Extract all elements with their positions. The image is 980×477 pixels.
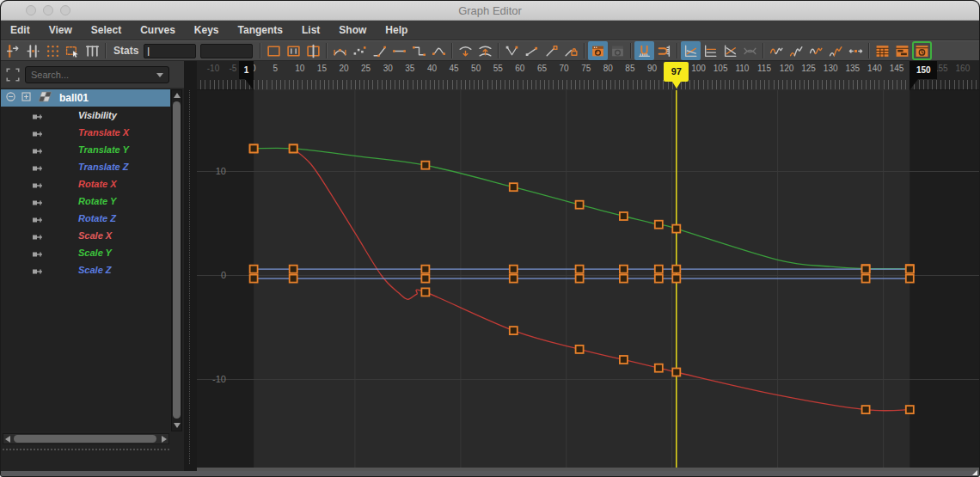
plateau-tangents-button[interactable] <box>429 41 449 60</box>
range-start-flag[interactable]: 1 <box>239 61 254 79</box>
open-time-editor-button[interactable] <box>912 41 932 60</box>
keyframe-red-curve[interactable] <box>421 288 429 296</box>
keyframe-blue-curve-bottom[interactable] <box>510 275 518 283</box>
open-trax-editor-button[interactable] <box>892 41 912 60</box>
stats-time-field[interactable] <box>144 44 196 58</box>
keyframe-red-curve[interactable] <box>250 144 258 152</box>
filter-frame-icon[interactable] <box>5 67 21 86</box>
channel-row-scale-x[interactable]: Scale X <box>1 227 170 244</box>
tree-horizontal-scrollbar[interactable] <box>3 433 169 444</box>
auto-load-graph-editor-button[interactable] <box>588 41 608 60</box>
keyframe-green-curve[interactable] <box>655 221 663 229</box>
resize-grip-icon[interactable] <box>972 470 977 475</box>
menu-list[interactable]: List <box>292 21 329 40</box>
retime-tool-button[interactable] <box>83 41 102 60</box>
keyframe-red-curve[interactable] <box>576 346 584 353</box>
keyframe-blue-curve-bottom[interactable] <box>672 275 680 283</box>
flat-tangents-button[interactable] <box>389 41 409 60</box>
keyframe-blue-curve-top[interactable] <box>250 266 258 273</box>
step-tangents-button[interactable] <box>409 41 429 60</box>
lock-tangent-weight-button[interactable] <box>561 41 581 60</box>
unify-tangents-button[interactable] <box>522 41 542 60</box>
keyframe-red-curve[interactable] <box>290 144 297 152</box>
keyframe-red-curve[interactable] <box>672 369 680 376</box>
keyframe-blue-curve-bottom[interactable] <box>655 275 663 283</box>
range-end-flag[interactable]: 150 <box>910 61 937 79</box>
frame-playback-range-button[interactable] <box>284 41 303 60</box>
channel-row-rotate-x[interactable]: Rotate X <box>1 175 170 193</box>
pre-infinity-cycle-offset-button[interactable] <box>787 41 806 60</box>
clamped-tangents-button[interactable] <box>350 41 370 60</box>
tree-vscroll-thumb[interactable] <box>173 101 181 419</box>
keyframe-blue-curve-bottom[interactable] <box>862 275 870 283</box>
keyframe-blue-curve-top[interactable] <box>421 266 429 273</box>
keyframe-blue-curve-top[interactable] <box>510 266 518 273</box>
curve-canvas[interactable]: 100-10 <box>197 90 980 468</box>
menu-select[interactable]: Select <box>82 21 131 40</box>
collapse-node-icon[interactable] <box>6 90 16 106</box>
menu-help[interactable]: Help <box>376 21 417 40</box>
channel-row-visibility[interactable]: Visibility <box>1 107 170 124</box>
keyframe-blue-curve-bottom[interactable] <box>620 275 628 283</box>
pre-infinity-cycle-button[interactable] <box>767 41 787 60</box>
menu-show[interactable]: Show <box>329 21 376 40</box>
time-snap-button[interactable] <box>634 41 654 60</box>
linear-tangents-button[interactable] <box>370 41 389 60</box>
keyframe-blue-curve-bottom[interactable] <box>250 275 258 283</box>
keyframe-red-curve[interactable] <box>906 406 914 413</box>
keyframe-green-curve[interactable] <box>510 183 518 191</box>
swap-buffer-curve-button[interactable] <box>475 41 495 60</box>
menu-view[interactable]: View <box>40 21 82 40</box>
tree-node-ball01[interactable]: ball01 <box>1 89 170 107</box>
menu-tangents[interactable]: Tangents <box>229 21 292 40</box>
free-tangent-weight-button[interactable] <box>542 41 561 60</box>
keyframe-blue-curve-top[interactable] <box>576 266 584 273</box>
scroll-right-icon[interactable] <box>162 436 167 443</box>
keyframe-blue-curve-top[interactable] <box>906 266 914 273</box>
keyframe-blue-curve-top[interactable] <box>862 266 870 273</box>
region-select-tool-button[interactable] <box>63 41 83 60</box>
current-frame-marker[interactable]: 97 <box>664 62 689 82</box>
frame-center-view-button[interactable] <box>303 41 323 60</box>
keyframe-red-curve[interactable] <box>620 356 628 364</box>
keyframe-blue-curve-bottom[interactable] <box>576 275 584 283</box>
post-infinity-cycle-offset-button[interactable] <box>826 41 846 60</box>
keyframe-blue-curve-top[interactable] <box>620 266 628 273</box>
keyframe-green-curve[interactable] <box>421 162 429 169</box>
normalized-view-button[interactable] <box>720 41 740 60</box>
scroll-up-icon[interactable] <box>174 93 181 98</box>
menu-edit[interactable]: Edit <box>1 21 40 40</box>
keyframe-green-curve[interactable] <box>576 201 584 209</box>
move-nearest-key-tool-button[interactable] <box>3 41 23 60</box>
channel-row-translate-x[interactable]: Translate X <box>1 124 170 141</box>
scroll-down-icon[interactable] <box>174 423 181 428</box>
stats-value-field[interactable] <box>200 44 253 58</box>
value-snap-button[interactable] <box>654 41 674 60</box>
channel-row-translate-y[interactable]: Translate Y <box>1 141 170 158</box>
frame-all-button[interactable] <box>264 41 284 60</box>
keyframe-blue-curve-top[interactable] <box>655 266 663 273</box>
channel-row-translate-z[interactable]: Translate Z <box>1 158 170 175</box>
convert-to-key-button[interactable] <box>846 41 866 60</box>
buffer-curve-snapshot-button[interactable] <box>456 41 475 60</box>
menu-curves[interactable]: Curves <box>131 21 185 40</box>
stacked-view-button[interactable] <box>701 41 720 60</box>
break-tangents-button[interactable] <box>502 41 522 60</box>
channel-row-rotate-z[interactable]: Rotate Z <box>1 210 170 227</box>
tree-vertical-scrollbar[interactable] <box>171 89 182 431</box>
keyframe-red-curve[interactable] <box>655 364 663 372</box>
keyframe-blue-curve-bottom[interactable] <box>906 275 914 283</box>
lattice-deform-keys-tool-button[interactable] <box>43 41 63 60</box>
absolute-view-button[interactable] <box>681 41 701 60</box>
insert-keys-tool-button[interactable] <box>23 41 43 60</box>
spline-tangents-button[interactable] <box>330 41 350 60</box>
expand-shape-icon[interactable] <box>21 90 32 106</box>
tree-hscroll-thumb[interactable] <box>14 435 156 443</box>
search-input[interactable] <box>25 66 169 83</box>
channel-row-rotate-y[interactable]: Rotate Y <box>1 193 170 210</box>
scroll-left-icon[interactable] <box>5 436 10 443</box>
keyframe-green-curve[interactable] <box>672 225 680 233</box>
panel-divider[interactable] <box>184 61 197 473</box>
keyframe-blue-curve-top[interactable] <box>290 266 297 273</box>
menu-keys[interactable]: Keys <box>185 21 229 40</box>
